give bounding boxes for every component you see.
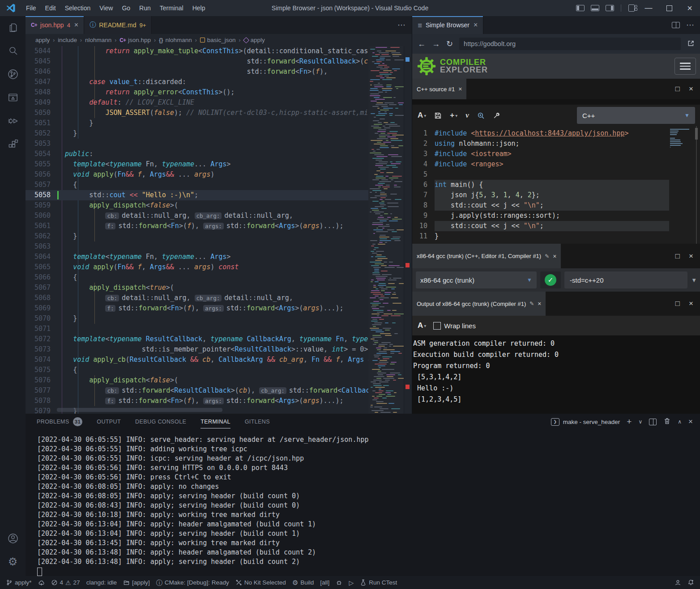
breadcrumb-item[interactable]: apply	[35, 37, 50, 43]
close-pane-icon[interactable]: ×	[689, 85, 693, 93]
panel-tab-problems[interactable]: PROBLEMS31	[37, 414, 82, 430]
close-icon[interactable]: ×	[458, 85, 462, 93]
menu-edit[interactable]: Edit	[41, 0, 60, 16]
close-icon[interactable]: ×	[538, 300, 541, 307]
ce-source-tab[interactable]: C++ source #1 ×	[412, 79, 466, 99]
toggle-panel-icon[interactable]	[591, 5, 599, 11]
open-external-icon[interactable]	[687, 39, 695, 49]
toggle-sidebar-icon[interactable]	[576, 5, 585, 11]
breadcrumb-item[interactable]: apply	[244, 37, 265, 43]
tab-json-hpp[interactable]: C+json.hpp4×	[26, 16, 84, 34]
split-terminal-icon[interactable]	[649, 419, 657, 425]
terminal-output[interactable]: [2022-04-30 06:05:55] INFO: serve_header…	[26, 430, 700, 579]
compiler-select[interactable]: x86-64 gcc (trunk) ▼	[416, 271, 537, 288]
terminal-instance[interactable]: ❯ make - serve_header	[551, 418, 620, 426]
menu-selection[interactable]: Selection	[60, 0, 95, 16]
overview-ruler[interactable]	[404, 46, 412, 414]
font-size-icon[interactable]: A▾	[418, 321, 426, 330]
maximize-button[interactable]	[659, 0, 679, 16]
terminal-picker-icon[interactable]: ∨	[638, 419, 642, 425]
status-cmake-build[interactable]: ⚙Build	[289, 576, 317, 589]
url-input[interactable]: https://godbolt.org	[459, 38, 681, 50]
panel-tab-debug-console[interactable]: DEBUG CONSOLE	[135, 414, 186, 430]
status-publish-changes[interactable]	[35, 576, 48, 589]
activity-run-debug-icon[interactable]	[0, 109, 26, 132]
ce-compiler-tab[interactable]: x86-64 gcc (trunk) (C++, Editor #1, Comp…	[412, 244, 561, 268]
minimap[interactable]	[368, 46, 404, 414]
vim-mode-icon[interactable]: v	[465, 111, 469, 120]
maximize-pane-icon[interactable]: □	[675, 299, 680, 308]
menu-view[interactable]: View	[95, 0, 117, 16]
forward-icon[interactable]: →	[432, 39, 440, 49]
menu-terminal[interactable]: Terminal	[155, 0, 188, 16]
zoom-icon[interactable]	[477, 112, 485, 119]
breadcrumb-item[interactable]: nlohmann	[85, 37, 111, 43]
status-cmake-launch[interactable]: ▷	[346, 576, 357, 589]
breadcrumb-item[interactable]: include	[58, 37, 77, 43]
rename-icon[interactable]: ✎	[529, 301, 534, 307]
toggle-secondary-sidebar-icon[interactable]	[606, 5, 614, 11]
menu-help[interactable]: Help	[188, 0, 210, 16]
add-pane-icon[interactable]: +▾	[450, 111, 457, 120]
activity-account-icon[interactable]	[0, 527, 26, 550]
code-editor[interactable]: 5044 return apply_make_tuple<ConstThis>(…	[26, 46, 412, 414]
minimize-button[interactable]: —	[638, 0, 659, 16]
status-notifications[interactable]	[684, 579, 697, 586]
close-tab-icon[interactable]: ×	[74, 21, 78, 29]
menu-go[interactable]: Go	[117, 0, 135, 16]
breadcrumb-item[interactable]: C+json.hpp	[120, 37, 151, 43]
ce-source-editor[interactable]: 1#include <https://localhost:8443/apply/…	[412, 126, 700, 244]
menu-run[interactable]: Run	[135, 0, 155, 16]
activity-settings-icon[interactable]: ⚙	[0, 550, 26, 573]
activity-source-control-icon[interactable]	[0, 63, 26, 86]
back-icon[interactable]: ←	[418, 39, 426, 49]
ce-output-tab[interactable]: Output of x86-64 gcc (trunk) (Compiler #…	[412, 292, 546, 316]
split-editor-icon[interactable]	[672, 22, 680, 28]
compiler-options-input[interactable]: -std=c++20	[564, 271, 687, 288]
breadcrumb[interactable]: apply›include›nlohmann›C+json.hpp›{}nloh…	[26, 34, 412, 46]
wrap-lines-toggle[interactable]: Wrap lines	[433, 322, 476, 330]
kill-terminal-icon[interactable]	[663, 417, 671, 426]
status-cmake-kit[interactable]: No Kit Selected	[232, 576, 289, 589]
options-dropdown-icon[interactable]: ▼	[691, 277, 697, 284]
more-actions-icon[interactable]: ⋯	[397, 20, 405, 30]
tab-simple-browser[interactable]: ≣ Simple Browser ×	[412, 16, 483, 34]
close-icon[interactable]: ×	[553, 253, 556, 260]
rename-icon[interactable]: ✎	[545, 253, 549, 259]
status-feedback[interactable]	[671, 579, 684, 586]
close-panel-icon[interactable]: ×	[688, 417, 693, 426]
breadcrumb-item[interactable]: {}nlohmann	[159, 37, 192, 43]
save-icon[interactable]	[434, 112, 442, 119]
status-git-branch[interactable]: apply*	[3, 576, 35, 589]
reload-icon[interactable]: ↻	[446, 39, 453, 49]
ce-logo[interactable]: COMPILER EXPLORER	[417, 56, 488, 76]
ce-scrollbar[interactable]	[696, 126, 697, 244]
activity-browser-preview-icon[interactable]	[0, 86, 26, 109]
status-cmake-target[interactable]: [all]	[317, 576, 333, 589]
pin-icon[interactable]	[493, 112, 500, 119]
status-run-ctest[interactable]: Run CTest	[357, 576, 400, 589]
menu-file[interactable]: File	[21, 0, 41, 16]
close-button[interactable]: ×	[679, 0, 700, 16]
close-pane-icon[interactable]: ×	[689, 252, 693, 261]
status-cmake-folder[interactable]: [apply]	[120, 576, 153, 589]
font-size-icon[interactable]: A▾	[418, 111, 426, 120]
close-tab-icon[interactable]: ×	[474, 21, 478, 29]
more-actions-icon[interactable]: ⋯	[686, 20, 694, 30]
panel-tab-terminal[interactable]: TERMINAL	[201, 414, 230, 430]
activity-explorer-icon[interactable]	[0, 16, 26, 39]
status-problems[interactable]: 4⚠27	[48, 576, 83, 589]
ce-menu-icon[interactable]	[674, 58, 696, 75]
panel-tab-gitlens[interactable]: GITLENS	[245, 414, 270, 430]
maximize-pane-icon[interactable]: □	[675, 252, 680, 261]
activity-extensions-icon[interactable]	[0, 132, 26, 156]
breadcrumb-item[interactable]: basic_json	[200, 37, 236, 43]
activity-search-icon[interactable]	[0, 39, 26, 63]
horizontal-scrollbar[interactable]	[57, 408, 222, 412]
status-cmake-status[interactable]: ⓘCMake: [Debug]: Ready	[153, 576, 232, 589]
status-clangd-status[interactable]: clangd: idle	[83, 576, 120, 589]
tab-readme-md[interactable]: ⓘREADME.md9+	[84, 16, 152, 34]
maximize-pane-icon[interactable]: □	[675, 85, 680, 93]
language-select[interactable]: C++ ▼	[577, 107, 695, 124]
maximize-panel-icon[interactable]: ∧	[678, 419, 682, 425]
